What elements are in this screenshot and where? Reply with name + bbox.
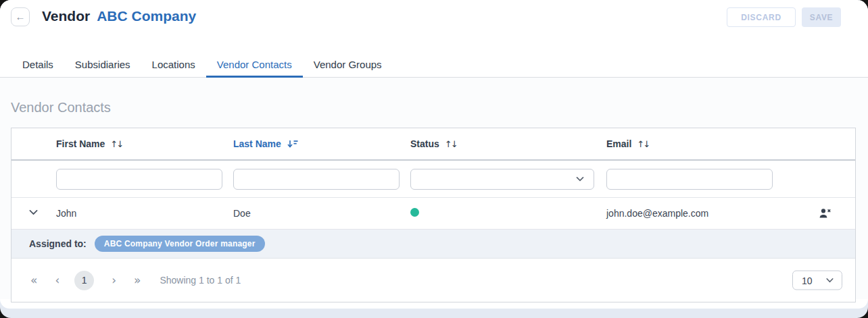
sort-updown-icon: ↑↓ — [110, 139, 122, 149]
chevron-down-icon — [825, 275, 835, 286]
save-button[interactable]: SAVE — [802, 7, 841, 27]
sort-updown-icon: ↑↓ — [637, 139, 649, 149]
column-label: Status — [410, 138, 439, 149]
vendor-contacts-table: First Name ↑↓ Last Name — [11, 128, 856, 302]
page-title: Vendor ABC Company — [42, 8, 196, 24]
back-arrow-icon: ← — [16, 11, 26, 22]
row-expand-chevron-icon[interactable] — [28, 207, 39, 218]
app-window: ← Vendor ABC Company DISCARD SAVE Detail… — [0, 0, 868, 318]
first-name-filter-input[interactable] — [56, 169, 222, 190]
page-size-select[interactable]: 10 — [792, 271, 842, 290]
sort-descending-icon — [287, 139, 298, 149]
next-page-icon[interactable]: › — [112, 273, 116, 287]
column-header-status[interactable]: Status ↑↓ — [410, 138, 606, 149]
tab-vendor-groups[interactable]: Vendor Groups — [303, 53, 393, 78]
remove-contact-icon[interactable] — [818, 207, 832, 219]
current-page-button[interactable]: 1 — [74, 271, 94, 290]
tab-details[interactable]: Details — [11, 53, 64, 78]
status-filter-select[interactable] — [410, 169, 594, 190]
assigned-to-label: Assigned to: — [29, 238, 87, 249]
column-header-email[interactable]: Email ↑↓ — [606, 138, 816, 149]
column-label: Email — [606, 138, 631, 149]
pagination-row: « ‹ 1 › » Showing 1 to 1 of 1 10 — [11, 259, 855, 302]
content-card: ← Vendor ABC Company DISCARD SAVE Detail… — [0, 0, 868, 309]
tab-bar: Details Subsidiaries Locations Vendor Co… — [0, 53, 868, 78]
table-row: John Doe john.doe@example.com — [11, 198, 855, 230]
section-title: Vendor Contacts — [11, 100, 111, 115]
first-page-icon[interactable]: « — [30, 273, 37, 287]
page-size-value: 10 — [802, 275, 813, 286]
table-header-row: First Name ↑↓ Last Name — [11, 128, 855, 161]
status-dot — [410, 208, 419, 217]
email-filter-input[interactable] — [606, 169, 773, 190]
back-button[interactable]: ← — [11, 7, 30, 26]
cell-email: john.doe@example.com — [606, 208, 708, 219]
chevron-down-icon — [575, 174, 585, 184]
column-label: First Name — [56, 138, 105, 149]
filter-row — [11, 161, 855, 198]
discard-button[interactable]: DISCARD — [727, 7, 796, 27]
last-page-icon[interactable]: » — [134, 273, 141, 287]
sort-updown-icon: ↑↓ — [445, 139, 457, 149]
column-header-first-name[interactable]: First Name ↑↓ — [56, 138, 233, 149]
tab-locations[interactable]: Locations — [141, 53, 206, 78]
column-label: Last Name — [233, 138, 281, 149]
column-header-last-name[interactable]: Last Name — [233, 138, 410, 149]
screen: ← Vendor ABC Company DISCARD SAVE Detail… — [0, 0, 868, 318]
pagination-summary: Showing 1 to 1 of 1 — [160, 275, 241, 286]
page-title-label: Vendor — [42, 8, 90, 24]
last-name-filter-input[interactable] — [233, 169, 400, 190]
previous-page-icon[interactable]: ‹ — [55, 273, 59, 287]
tab-vendor-contacts[interactable]: Vendor Contacts — [206, 53, 303, 78]
vendor-name: ABC Company — [97, 8, 196, 24]
cell-first-name: John — [56, 208, 76, 219]
tab-subsidiaries[interactable]: Subsidiaries — [64, 53, 141, 78]
assigned-group-badge: ABC Company Vendor Order manager — [95, 236, 265, 252]
cell-last-name: Doe — [233, 208, 251, 219]
assigned-to-row: Assigned to: ABC Company Vendor Order ma… — [11, 230, 855, 259]
